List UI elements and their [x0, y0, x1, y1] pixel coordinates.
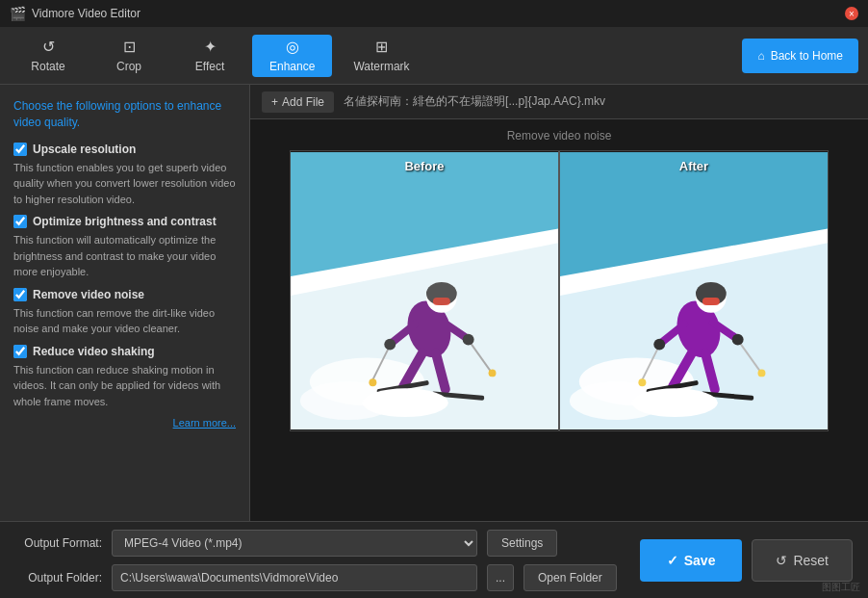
crop-tab[interactable]: ⊡ Crop [90, 35, 167, 77]
left-panel: Choose the following options to enhance … [0, 85, 250, 521]
before-preview: Before [291, 151, 558, 430]
output-format-label: Output Format: [15, 536, 102, 550]
effect-icon: ✦ [204, 38, 217, 56]
svg-point-39 [631, 388, 717, 417]
action-buttons: ✓ Save ↺ Reset [640, 539, 853, 582]
main-content: Choose the following options to enhance … [0, 85, 868, 521]
svg-point-43 [758, 369, 766, 377]
shaking-desc: This function can reduce shaking motion … [13, 362, 236, 410]
noise-desc: This function can remove the dirt-like v… [13, 305, 236, 337]
noise-checkbox[interactable] [13, 288, 27, 301]
preview-area: Remove video noise Before [250, 119, 868, 521]
svg-rect-8 [433, 298, 450, 305]
output-folder-label: Output Folder: [15, 571, 102, 585]
brightness-checkbox[interactable] [13, 215, 27, 228]
option-shaking: Reduce video shaking This function can r… [13, 345, 236, 410]
title-bar: 🎬 Vidmore Video Editor × [0, 0, 868, 27]
app-title: Vidmore Video Editor [32, 7, 140, 20]
option-upscale: Upscale resolution This function enables… [13, 143, 236, 208]
upscale-checkbox[interactable] [13, 143, 27, 156]
app-icon: 🎬 [10, 6, 26, 21]
add-file-icon: + [271, 95, 278, 109]
back-home-button[interactable]: ⌂ Back to Home [742, 39, 858, 73]
file-name: 名値探柯南：緋色的不在場證明[...p]{Jap.AAC}.mkv [344, 93, 856, 110]
panel-title: Choose the following options to enhance … [13, 98, 236, 131]
format-select[interactable]: MPEG-4 Video (*.mp4) [112, 530, 477, 557]
svg-point-19 [463, 334, 474, 346]
svg-point-40 [653, 339, 665, 351]
reset-icon: ↺ [776, 553, 787, 568]
home-icon: ⌂ [757, 49, 764, 63]
toolbar: ↺ Rotate ⊡ Crop ✦ Effect ◎ Enhance ⊞ Wat… [0, 27, 868, 85]
close-button[interactable]: × [845, 7, 858, 20]
rotate-tab[interactable]: ↺ Rotate [10, 35, 87, 77]
shaking-checkbox[interactable] [13, 345, 27, 358]
svg-point-17 [362, 388, 447, 417]
shaking-label[interactable]: Reduce video shaking [33, 345, 155, 358]
settings-button[interactable]: Settings [487, 530, 557, 557]
right-panel: + Add File 名値探柯南：緋色的不在場證明[...p]{Jap.AAC}… [250, 85, 868, 521]
learn-more-link[interactable]: Learn more... [13, 417, 236, 429]
save-icon: ✓ [667, 553, 678, 568]
after-preview: After [560, 151, 828, 430]
save-button[interactable]: ✓ Save [640, 539, 743, 582]
svg-point-20 [369, 378, 376, 386]
brightness-desc: This function will automatically optimiz… [13, 232, 236, 280]
upscale-label[interactable]: Upscale resolution [33, 143, 136, 156]
option-noise: Remove video noise This function can rem… [13, 288, 236, 337]
add-file-button[interactable]: + Add File [262, 91, 334, 113]
bottom-bar: Output Format: MPEG-4 Video (*.mp4) Sett… [0, 521, 868, 598]
folder-input[interactable] [112, 564, 477, 591]
watermark-icon: ⊞ [375, 38, 388, 56]
rotate-icon: ↺ [42, 38, 55, 56]
svg-point-18 [384, 339, 396, 351]
reset-button[interactable]: ↺ Reset [752, 539, 853, 582]
watermark: 图图工匠 [822, 581, 860, 594]
option-brightness: Optimize brightness and contrast This fu… [13, 215, 236, 280]
svg-rect-30 [702, 298, 720, 305]
crop-icon: ⊡ [123, 38, 136, 56]
svg-point-21 [489, 369, 497, 377]
watermark-tab[interactable]: ⊞ Watermark [336, 35, 426, 77]
brightness-label[interactable]: Optimize brightness and contrast [33, 215, 217, 228]
effect-tab[interactable]: ✦ Effect [171, 35, 248, 77]
enhance-tab[interactable]: ◎ Enhance [252, 35, 332, 77]
preview-label: Remove video noise [507, 129, 612, 143]
svg-point-42 [638, 378, 646, 386]
svg-point-41 [732, 334, 744, 346]
after-label: After [679, 159, 708, 173]
upscale-desc: This function enables you to get superb … [13, 160, 236, 208]
browse-button[interactable]: ... [487, 564, 514, 591]
file-bar: + Add File 名値探柯南：緋色的不在場證明[...p]{Jap.AAC}… [250, 85, 868, 119]
preview-images: Before [290, 150, 829, 431]
open-folder-button[interactable]: Open Folder [523, 564, 617, 591]
enhance-icon: ◎ [286, 38, 299, 56]
noise-label[interactable]: Remove video noise [33, 288, 144, 301]
before-label: Before [404, 159, 444, 173]
